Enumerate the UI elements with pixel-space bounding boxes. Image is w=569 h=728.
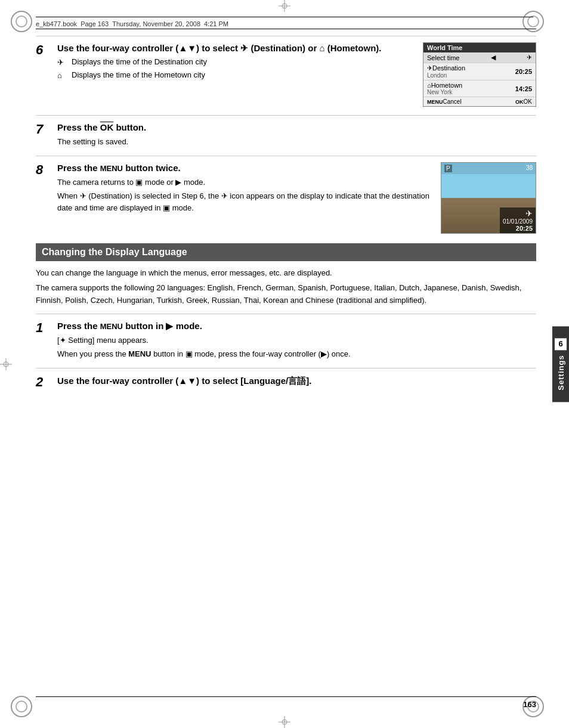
arrow-up-symbol: ▲▼ <box>178 43 196 53</box>
top-rule <box>36 29 536 29</box>
step-6-layout: Use the four-way controller (▲▼) to sele… <box>57 42 536 107</box>
s2-step-2-content: Use the four-way controller (▲▼) to sele… <box>57 374 536 389</box>
cam-bottom-bar: ✈ 01/01/2009 20:25 <box>500 207 536 233</box>
wt-home-time: 14:25 <box>515 85 532 92</box>
home-bullet-icon: ⌂ <box>57 70 72 81</box>
menu-key-s2: MENU <box>100 322 123 331</box>
step-6-bullets: ✈ Displays the time of the Destination c… <box>57 57 407 81</box>
menu-key-s2b: MENU <box>128 349 151 358</box>
reg-mark-bottom <box>279 716 290 728</box>
section2-header-text: Changing the Display Language <box>42 247 187 257</box>
intro-line2: The camera supports the following 20 lan… <box>36 282 536 307</box>
wt-dest-label: ✈Destination <box>427 64 465 72</box>
cam-date: 01/01/2009 <box>503 218 533 225</box>
step-6-text: Use the four-way controller (▲▼) to sele… <box>57 42 407 107</box>
wt-home-label: ⌂Hometown <box>427 82 462 89</box>
cam-time: 20:25 <box>503 225 533 232</box>
chapter-label: Settings <box>556 355 565 390</box>
s2-s1-line2: When you press the MENU button in ▣ mode… <box>57 348 536 360</box>
wt-destination-row: ✈Destination London 20:25 <box>423 63 536 80</box>
corner-circle-inner-bl <box>16 701 27 712</box>
s2-step-1-number: 1 <box>36 321 57 360</box>
step-8-number: 8 <box>36 163 57 234</box>
world-time-ui: World Time Select time ◀ ✈ ✈Destination … <box>423 42 536 107</box>
cam-plane: ✈ <box>525 209 533 218</box>
step-7-number: 7 <box>36 123 57 147</box>
corner-circle-inner-tl <box>16 16 27 27</box>
corner-decoration-tl <box>11 11 32 32</box>
wt-select-value: ✈ <box>527 54 532 61</box>
step-8-layout: Press the MENU button twice. The camera … <box>57 162 536 234</box>
section2-intro: You can change the language in which the… <box>36 267 536 306</box>
header-filename: e_kb477.book <box>36 20 77 27</box>
wt-footer: MENUCancel OKOK <box>423 97 536 106</box>
step-7-content: Press the OK button. The setting is save… <box>57 122 536 147</box>
wt-home-city: New York <box>427 89 462 95</box>
wt-title-text: World <box>427 44 447 51</box>
intro-line1: You can change the language in which the… <box>36 267 536 280</box>
dest-icon: ✈ <box>240 43 248 53</box>
step-6-number: 6 <box>36 44 57 107</box>
step-7: 7 Press the OK button. The setting is sa… <box>36 115 536 147</box>
bullet-destination-text: Displays the time of the Destination cit… <box>72 57 207 67</box>
step-7-body: The setting is saved. <box>57 136 536 148</box>
bullet-destination: ✈ Displays the time of the Destination c… <box>57 57 407 68</box>
step-7-title: Press the OK button. <box>57 122 536 134</box>
wt-dest-time: 20:25 <box>515 68 532 75</box>
menu-key-8: MENU <box>100 164 123 173</box>
home-icon: ⌂ <box>319 43 324 53</box>
section2-header: Changing the Display Language <box>36 243 536 261</box>
header-page: Page 163 <box>81 20 109 27</box>
step-8-text: Press the MENU button twice. The camera … <box>57 162 431 234</box>
header-time: 4:21 PM <box>204 20 228 27</box>
s2-step-2-number: 2 <box>36 376 57 389</box>
wt-hometown-row: ⌂Hometown New York 14:25 <box>423 80 536 97</box>
wt-select-time-row: Select time ◀ ✈ <box>423 52 536 63</box>
wt-dest-city: London <box>427 72 465 79</box>
wt-title: World Time <box>423 43 536 52</box>
sidebar-tab: 6 Settings <box>552 326 569 402</box>
s2-step-2-title: Use the four-way controller (▲▼) to sele… <box>57 374 536 387</box>
wt-ok: OKOK <box>515 98 532 105</box>
wt-menu-cancel: MENUCancel <box>427 98 462 105</box>
reg-mark-top <box>279 0 290 12</box>
reg-mark-left <box>0 358 12 370</box>
s2-step-1-content: Press the MENU button in ▶ mode. [✦ Sett… <box>57 320 536 360</box>
header-date: Thursday, November 20, 2008 <box>112 20 200 27</box>
cam-top-bar: P 38 <box>441 163 536 174</box>
step-8-line1: The camera returns to ▣ mode or ▶ mode. <box>57 176 431 188</box>
step-8-content: Press the MENU button twice. The camera … <box>57 162 536 234</box>
wt-select-label: Select time <box>427 54 459 61</box>
bullet-hometown-text: Displays the time of the Hometown city <box>72 70 205 80</box>
s2-s1-line1: [✦ Setting] menu appears. <box>57 334 536 346</box>
dest-bullet-icon: ✈ <box>57 57 72 68</box>
chapter-number: 6 <box>555 338 567 350</box>
s2-step-1: 1 Press the MENU button in ▶ mode. [✦ Se… <box>36 314 536 360</box>
wt-select-arrows: ◀ <box>491 54 496 61</box>
bullet-hometown: ⌂ Displays the time of the Hometown city <box>57 70 407 81</box>
step-6-title: Use the four-way controller (▲▼) to sele… <box>57 42 407 54</box>
step-8-line2: When ✈ (Destination) is selected in Step… <box>57 190 431 213</box>
wt-dest-group: ✈Destination London <box>427 64 465 79</box>
corner-decoration-bl <box>11 696 32 717</box>
camera-preview: P 38 ✈ 01/01/2009 20:25 <box>441 162 536 234</box>
cam-mode: P <box>444 165 452 172</box>
cam-count: 38 <box>526 165 533 172</box>
s2-step-1-title: Press the MENU button in ▶ mode. <box>57 320 536 332</box>
step-8-body: The camera returns to ▣ mode or ▶ mode. … <box>57 176 431 214</box>
wt-title-time: Time <box>447 44 462 51</box>
bottom-rule <box>36 696 536 697</box>
page-header: e_kb477.book Page 163 Thursday, November… <box>36 17 533 29</box>
page-number: 163 <box>523 700 536 709</box>
step-8: 8 Press the MENU button twice. The camer… <box>36 156 536 234</box>
step-8-title: Press the MENU button twice. <box>57 162 431 174</box>
s2-step-1-body: [✦ Setting] menu appears. When you press… <box>57 334 536 360</box>
step-6: 6 Use the four-way controller (▲▼) to se… <box>36 36 536 107</box>
wt-home-group: ⌂Hometown New York <box>427 82 462 95</box>
main-content: 6 Use the four-way controller (▲▼) to se… <box>36 36 536 692</box>
step-6-content: Use the four-way controller (▲▼) to sele… <box>57 42 536 107</box>
s2-step-2: 2 Use the four-way controller (▲▼) to se… <box>36 368 536 389</box>
